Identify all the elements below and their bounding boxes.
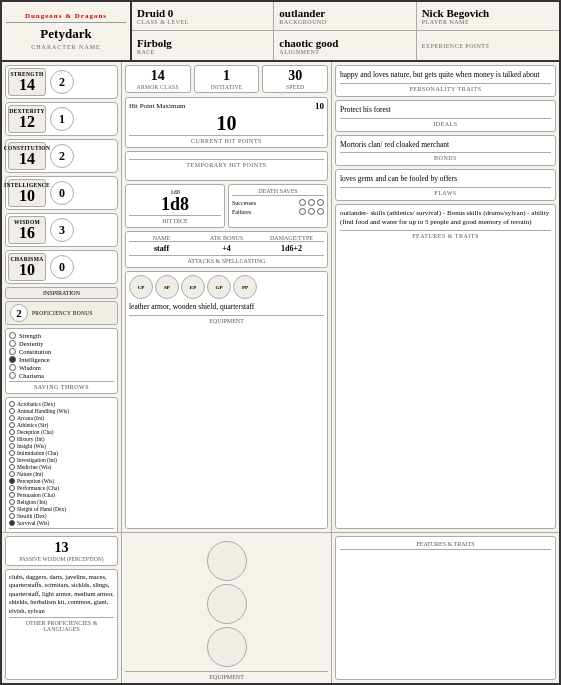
- proficiencies-label: Other Proficiencies & Languages: [9, 617, 114, 632]
- coins-row: CP SP EP GP PP: [129, 275, 324, 299]
- speed-label: Speed: [286, 84, 304, 90]
- attacks-box: Name Atk Bonus Damage/Type staff +4 1d6+…: [125, 231, 328, 268]
- dnd-logo: Dungeons & Dragons: [6, 12, 126, 23]
- armor-class-label: Armor Class: [137, 84, 179, 90]
- skill-history: History (Int): [9, 436, 114, 442]
- throw-wisdom: Wisdom: [9, 364, 114, 371]
- features-traits-bottom: Features & Traits: [335, 536, 556, 680]
- intelligence-mod: 0: [50, 181, 74, 205]
- left-column: Strength 14 2 Dexterity 12 1 Constitutio…: [2, 62, 122, 532]
- temp-hp-box: Temporary Hit Points: [125, 151, 328, 181]
- throw-intelligence: Intelligence: [9, 356, 114, 363]
- throw-charisma: Charisma: [9, 372, 114, 379]
- bottom-right: Features & Traits: [332, 533, 559, 683]
- speed-box: 30 Speed: [262, 65, 328, 93]
- skill-nature: Nature (Int): [9, 471, 114, 477]
- armor-class-box: 14 Armor Class: [125, 65, 191, 93]
- bottom-middle: Equipment: [122, 533, 332, 683]
- stat-intelligence: Intelligence 10 0: [5, 176, 118, 210]
- stat-dexterity: Dexterity 12 1: [5, 102, 118, 136]
- success-circle-3: [317, 199, 324, 206]
- passive-wisdom-box: 13 Passive Wisdom (Perception): [5, 536, 118, 566]
- initiative-value: 1: [223, 69, 230, 83]
- bottom-left: 13 Passive Wisdom (Perception) clubs, da…: [2, 533, 122, 683]
- initiative-box: 1 Initiative: [194, 65, 260, 93]
- skill-arcana: Arcana (Int): [9, 415, 114, 421]
- saving-throws-box: Strength Dexterity Constitution Intellig…: [5, 328, 118, 394]
- success-circle-2: [308, 199, 315, 206]
- attack-row-staff: staff +4 1d6+2: [129, 244, 324, 253]
- main-body: Strength 14 2 Dexterity 12 1 Constitutio…: [2, 62, 559, 532]
- proficiency-bonus-label: Proficiency Bonus: [32, 310, 93, 316]
- attacks-label: Attacks & Spellcasting: [129, 255, 324, 264]
- skill-athletics: Athletics (Str): [9, 422, 114, 428]
- passive-wisdom-value: 13: [9, 540, 114, 556]
- skill-religion: Religion (Int): [9, 499, 114, 505]
- ideals-label: Ideals: [340, 118, 551, 127]
- failure-circle-2: [308, 208, 315, 215]
- skill-perception: Perception (Wis): [9, 478, 114, 484]
- character-sheet: Dungeons & Dragons Petydark Character Na…: [2, 2, 559, 683]
- ideals-box: Protect his forest Ideals: [335, 100, 556, 132]
- stat-charisma: Charisma 10 0: [5, 250, 118, 284]
- passive-wisdom-label: Passive Wisdom (Perception): [9, 556, 114, 562]
- skill-persuasion: Persuasion (Cha): [9, 492, 114, 498]
- header-fields: Druid 0 Class & Level outlander Backgrou…: [132, 2, 559, 60]
- hp-section: Hit Point Maximum 10 10 Current Hit Poin…: [125, 97, 328, 148]
- personality-box: happy and loves nature, but gets quite w…: [335, 65, 556, 97]
- skill-insight: Insight (Wis): [9, 443, 114, 449]
- speed-value: 30: [288, 69, 302, 83]
- hp-max-row: Hit Point Maximum 10: [129, 101, 324, 111]
- features-traits-bottom-label: Features & Traits: [340, 541, 551, 550]
- skill-acrobatics: Acrobatics (Dex): [9, 401, 114, 407]
- throw-strength: Strength: [9, 332, 114, 339]
- bonds-label: Bonds: [340, 152, 551, 161]
- proficiency-bonus-value: 2: [10, 304, 28, 322]
- bottom-row: 13 Passive Wisdom (Perception) clubs, da…: [2, 532, 559, 683]
- proficiency-bonus-box: 2 Proficiency Bonus: [5, 301, 118, 325]
- attack-damage: 1d6+2: [259, 244, 324, 253]
- proficiencies-box: clubs, daggers, darts, javelins, maces, …: [5, 569, 118, 680]
- skill-deception: Deception (Cha): [9, 429, 114, 435]
- skill-performance: Performance (Cha): [9, 485, 114, 491]
- skill-animal-handling: Animal Handling (Wis): [9, 408, 114, 414]
- inspiration-box: Inspiration: [5, 287, 118, 299]
- skill-investigation: Investigation (Int): [9, 457, 114, 463]
- armor-class-value: 14: [151, 69, 165, 83]
- failures-row: Failures: [232, 208, 324, 215]
- attack-name: staff: [129, 244, 194, 253]
- stat-wisdom: Wisdom 16 3: [5, 213, 118, 247]
- charisma-mod: 0: [50, 255, 74, 279]
- dice-section: 1d8 1d8 Hit Dice Death Saves Successes: [125, 184, 328, 228]
- coin-ep: EP: [181, 275, 205, 299]
- hp-current-value: 10: [129, 113, 324, 136]
- equipment-icon-3: [207, 627, 247, 667]
- character-name-value: Petydark: [40, 26, 91, 42]
- hp-max-value: 10: [315, 101, 324, 111]
- success-circle-1: [299, 199, 306, 206]
- successes-row: Successes: [232, 199, 324, 206]
- hit-dice-label: Hit Dice: [129, 215, 221, 224]
- ideals-text: Protect his forest: [340, 105, 551, 115]
- flaws-label: Flaws: [340, 187, 551, 196]
- skill-intimidation: Intimidation (Cha): [9, 450, 114, 456]
- equipment-text: leather armor, wooden shield, quartersta…: [129, 302, 324, 312]
- hit-dice-type: 1d8: [129, 195, 221, 213]
- initiative-label: Initiative: [211, 84, 243, 90]
- header-left: Dungeons & Dragons Petydark Character Na…: [2, 2, 132, 60]
- death-saves-title: Death Saves: [232, 188, 324, 196]
- skill-medicine: Medicine (Wis): [9, 464, 114, 470]
- header: Dungeons & Dragons Petydark Character Na…: [2, 2, 559, 62]
- skill-survival: Survival (Wis): [9, 520, 114, 526]
- skill-stealth: Stealth (Dex): [9, 513, 114, 519]
- equipment-icon-1: [207, 541, 247, 581]
- throw-dexterity: Dexterity: [9, 340, 114, 347]
- equipment-bottom-label: Equipment: [125, 671, 328, 680]
- temp-hp-label: Temporary Hit Points: [129, 159, 324, 168]
- strength-mod: 2: [50, 70, 74, 94]
- failure-circle-1: [299, 208, 306, 215]
- class-level-field: Druid 0 Class & Level: [132, 2, 274, 31]
- saving-throws-label: Saving Throws: [9, 381, 114, 390]
- coin-cp: CP: [129, 275, 153, 299]
- skills-box: Acrobatics (Dex) Animal Handling (Wis) A…: [5, 397, 118, 532]
